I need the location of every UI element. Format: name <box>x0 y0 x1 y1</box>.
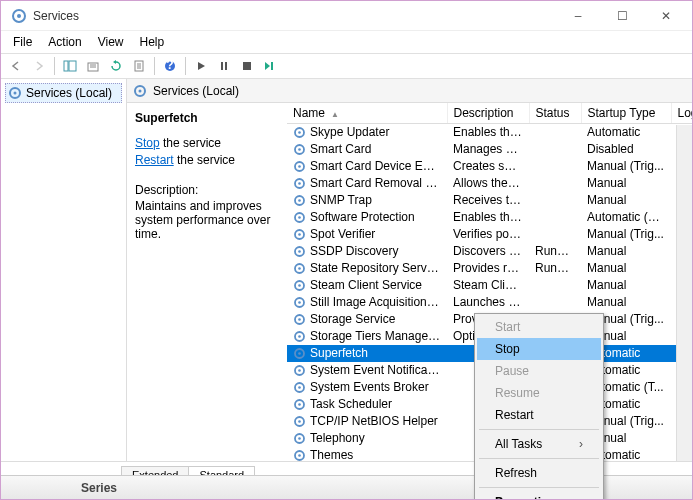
col-name[interactable]: Name▲ <box>287 103 447 124</box>
gear-icon <box>293 160 306 173</box>
svg-point-31 <box>298 250 301 253</box>
pause-service-icon[interactable] <box>213 55 235 77</box>
menu-action[interactable]: Action <box>40 33 89 51</box>
gear-icon <box>293 228 306 241</box>
table-row[interactable]: Steam Client ServiceSteam Clien...Manual… <box>287 277 692 294</box>
cm-restart[interactable]: Restart <box>477 404 601 426</box>
svg-point-51 <box>298 420 301 423</box>
gear-icon <box>293 126 306 139</box>
svg-point-41 <box>298 335 301 338</box>
gear-icon <box>293 364 306 377</box>
cm-stop[interactable]: Stop <box>477 338 601 360</box>
table-row[interactable]: SSDP DiscoveryDiscovers n...RunningManua… <box>287 243 692 260</box>
export-icon[interactable] <box>82 55 104 77</box>
properties-icon[interactable] <box>128 55 150 77</box>
stop-link[interactable]: Stop <box>135 136 160 150</box>
content-header-label: Services (Local) <box>153 84 239 98</box>
nav-item-label: Services (Local) <box>26 86 112 100</box>
table-row[interactable]: Skype UpdaterEnables the ...AutomaticLoc <box>287 124 692 141</box>
table-row[interactable]: Spot VerifierVerifies pote...Manual (Tri… <box>287 226 692 243</box>
description-text: Maintains and improves system performanc… <box>135 199 279 241</box>
col-startup[interactable]: Startup Type <box>581 103 671 124</box>
forward-icon[interactable] <box>28 55 50 77</box>
svg-text:?: ? <box>166 60 173 72</box>
nav-tree: Services (Local) <box>1 79 127 461</box>
titlebar: Services – ☐ ✕ <box>1 1 692 31</box>
gear-icon <box>293 177 306 190</box>
gear-icon <box>293 313 306 326</box>
menubar: File Action View Help <box>1 31 692 53</box>
svg-point-19 <box>298 148 301 151</box>
show-hide-icon[interactable] <box>59 55 81 77</box>
gear-icon <box>293 296 306 309</box>
table-row[interactable]: Smart Card Device Enumera...Creates soft… <box>287 158 692 175</box>
svg-point-49 <box>298 403 301 406</box>
gear-icon <box>293 347 306 360</box>
window-title: Services <box>33 9 556 23</box>
gear-icon <box>293 381 306 394</box>
svg-rect-11 <box>271 62 273 70</box>
minimize-button[interactable]: – <box>556 2 600 30</box>
table-row[interactable]: Smart CardManages ac...DisabledLoc <box>287 141 692 158</box>
cm-properties[interactable]: Properties <box>477 491 601 500</box>
stop-service-icon[interactable] <box>236 55 258 77</box>
close-button[interactable]: ✕ <box>644 2 688 30</box>
services-app-icon <box>11 8 27 24</box>
gear-icon <box>293 143 306 156</box>
svg-point-29 <box>298 233 301 236</box>
gear-icon <box>8 86 22 100</box>
menu-file[interactable]: File <box>5 33 40 51</box>
cm-all-tasks[interactable]: All Tasks <box>477 433 601 455</box>
table-row[interactable]: Smart Card Removal PolicyAllows the s...… <box>287 175 692 192</box>
table-row[interactable]: SNMP TrapReceives tra...ManualLoc <box>287 192 692 209</box>
svg-point-55 <box>298 454 301 457</box>
gear-icon <box>293 245 306 258</box>
restart-service-icon[interactable] <box>259 55 281 77</box>
svg-point-33 <box>298 267 301 270</box>
vertical-scrollbar[interactable] <box>676 125 692 461</box>
svg-point-1 <box>17 14 21 18</box>
svg-rect-2 <box>64 61 68 71</box>
svg-rect-8 <box>221 62 223 70</box>
svg-point-35 <box>298 284 301 287</box>
gear-icon <box>293 432 306 445</box>
svg-point-23 <box>298 182 301 185</box>
svg-rect-3 <box>69 61 76 71</box>
menu-view[interactable]: View <box>90 33 132 51</box>
col-logon[interactable]: Log <box>671 103 692 124</box>
start-service-icon[interactable] <box>190 55 212 77</box>
gear-icon <box>293 415 306 428</box>
back-icon[interactable] <box>5 55 27 77</box>
description-label: Description: <box>135 183 279 197</box>
svg-point-13 <box>14 92 17 95</box>
help-icon[interactable]: ? <box>159 55 181 77</box>
series-label: Series <box>81 481 117 495</box>
toolbar: ? <box>1 53 692 79</box>
menu-help[interactable]: Help <box>132 33 173 51</box>
svg-point-39 <box>298 318 301 321</box>
gear-icon <box>293 194 306 207</box>
refresh-icon[interactable] <box>105 55 127 77</box>
maximize-button[interactable]: ☐ <box>600 2 644 30</box>
restart-link[interactable]: Restart <box>135 153 174 167</box>
gear-icon <box>133 84 147 98</box>
svg-point-15 <box>139 89 142 92</box>
cm-refresh[interactable]: Refresh <box>477 462 601 484</box>
nav-services-local[interactable]: Services (Local) <box>5 83 122 103</box>
cm-pause: Pause <box>477 360 601 382</box>
col-status[interactable]: Status <box>529 103 581 124</box>
gear-icon <box>293 449 306 461</box>
svg-point-17 <box>298 132 301 135</box>
svg-point-47 <box>298 386 301 389</box>
table-row[interactable]: Software ProtectionEnables the ...Automa… <box>287 209 692 226</box>
col-description[interactable]: Description <box>447 103 529 124</box>
gear-icon <box>293 211 306 224</box>
svg-point-21 <box>298 165 301 168</box>
service-context-menu: Start Stop Pause Resume Restart All Task… <box>474 313 604 500</box>
svg-rect-9 <box>225 62 227 70</box>
svg-point-45 <box>298 369 301 372</box>
table-row[interactable]: Still Image Acquisition EventsLaunches a… <box>287 294 692 311</box>
svg-point-43 <box>298 352 301 355</box>
table-row[interactable]: State Repository ServiceProvides re...Ru… <box>287 260 692 277</box>
gear-icon <box>293 330 306 343</box>
